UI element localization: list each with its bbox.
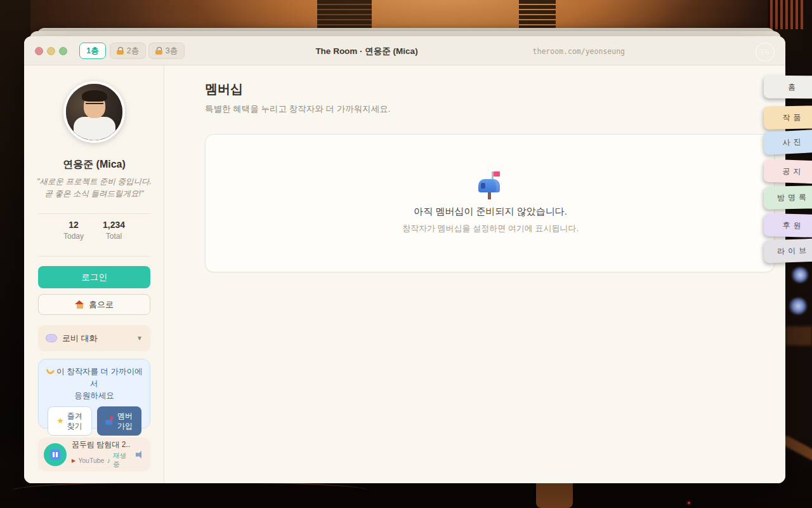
floor-tab-2[interactable]: 2층 bbox=[110, 43, 146, 59]
promo-buttons: ★ 즐겨찾기 멤버가입 bbox=[44, 406, 145, 436]
stage-light-flare bbox=[790, 267, 809, 283]
floor-tab-2-label: 2층 bbox=[127, 46, 139, 57]
play-icon: ▶ bbox=[72, 458, 75, 464]
floor-tab-1[interactable]: 1층 bbox=[79, 43, 106, 59]
background-glow bbox=[785, 326, 812, 345]
side-tab-live-label: 라이브 bbox=[774, 245, 810, 257]
profile-quote-line2: 곧 좋은 소식 들려드릴게요!" bbox=[45, 189, 144, 198]
stat-total: 1,234 Total bbox=[103, 220, 125, 241]
avatar-shirt bbox=[74, 117, 115, 142]
login-button[interactable]: 로그인 bbox=[38, 266, 150, 288]
stat-today: 12 Today bbox=[63, 220, 84, 241]
window-url: theroom.com/yeonseung bbox=[533, 47, 625, 56]
stat-today-value: 12 bbox=[63, 220, 84, 230]
star-icon: ★ bbox=[56, 415, 64, 427]
home-button[interactable]: 홈으로 bbox=[38, 294, 150, 315]
floor-tab-3-label: 3층 bbox=[166, 46, 178, 57]
side-tab-home-label: 홈 bbox=[785, 81, 799, 92]
stat-total-label: Total bbox=[103, 232, 125, 241]
sidebar: 연응준 (Mica) "새로운 프로젝트 준비 중입니다. 곧 좋은 소식 들려… bbox=[24, 65, 164, 483]
chevron-down-icon: ▼ bbox=[136, 335, 143, 342]
side-tab-works-label: 작품 bbox=[779, 112, 804, 123]
profile-quote: "새로운 프로젝트 준비 중입니다. 곧 좋은 소식 들려드릴게요!" bbox=[30, 176, 158, 201]
lock-icon bbox=[155, 47, 162, 55]
page-title: 멤버십 bbox=[205, 81, 243, 98]
empty-state-title: 아직 멤버십이 준비되지 않았습니다. bbox=[206, 206, 775, 218]
equipment-led bbox=[688, 502, 690, 504]
background-amp-grille bbox=[768, 0, 806, 29]
favorite-button[interactable]: ★ 즐겨찾기 bbox=[48, 406, 92, 436]
join-membership-button[interactable]: 멤버가입 bbox=[97, 406, 141, 436]
mailbox-icon bbox=[476, 171, 505, 199]
pause-icon bbox=[50, 450, 60, 460]
side-tab-notices-label: 공지 bbox=[779, 166, 804, 177]
mailbox-slot bbox=[481, 183, 485, 189]
background-cable bbox=[13, 481, 368, 504]
player-track-title: 꿈두림 탐험대 2... bbox=[72, 439, 131, 450]
stat-total-value: 1,234 bbox=[103, 220, 125, 230]
floor-tab-3[interactable]: 3층 bbox=[148, 43, 185, 59]
membership-promo-card: 이 창작자를 더 가까이에서 응원하세요 ★ 즐겨찾기 멤버가입 bbox=[38, 359, 150, 429]
side-tab-works[interactable]: 작품 bbox=[764, 105, 812, 130]
divider bbox=[38, 256, 150, 257]
speaker-icon[interactable] bbox=[136, 451, 145, 458]
home-button-label: 홈으로 bbox=[89, 299, 114, 311]
app-window: 1층 2층 3층 The Room · 연응준 (Mica) theroom.c… bbox=[24, 36, 785, 483]
side-tab-guestbook-label: 방명록 bbox=[774, 192, 809, 203]
window-title: The Room · 연응준 (Mica) bbox=[265, 46, 468, 57]
promo-line2: 응원하세요 bbox=[74, 391, 114, 400]
pause-button[interactable] bbox=[44, 443, 67, 466]
lobby-chat-label: 로비 대화 bbox=[62, 333, 98, 344]
main-content: 멤버십 특별한 혜택을 누리고 창작자와 더 가까워지세요. 아직 멤버십이 준… bbox=[165, 65, 785, 483]
language-toggle-button[interactable]: EN bbox=[756, 43, 775, 62]
titlebar: 1층 2층 3층 The Room · 연응준 (Mica) theroom.c… bbox=[24, 36, 785, 65]
lobby-chat-dropdown[interactable]: 로비 대화 ▼ bbox=[38, 325, 150, 351]
side-tab-guestbook[interactable]: 방명록 bbox=[764, 185, 812, 210]
side-tab-notices[interactable]: 공지 bbox=[763, 159, 812, 184]
player-status: 재생 중 bbox=[113, 451, 131, 469]
stage-light-flare bbox=[788, 297, 808, 315]
side-tab-live[interactable]: 라이브 bbox=[763, 238, 812, 263]
promo-line1: 이 창작자를 더 가까이에서 bbox=[56, 367, 142, 388]
favorite-button-label: 즐겨찾기 bbox=[67, 411, 82, 431]
avatar-hair bbox=[82, 90, 107, 102]
promo-text: 이 창작자를 더 가까이에서 응원하세요 bbox=[44, 366, 145, 401]
membership-empty-state-card: 아직 멤버십이 준비되지 않았습니다. 창작자가 멤버십을 설정하면 여기에 표… bbox=[205, 134, 775, 272]
music-note-icon: ♪ bbox=[107, 457, 110, 464]
visitor-stats: 12 Today 1,234 Total bbox=[24, 220, 164, 241]
side-tab-photos[interactable]: 사진 bbox=[763, 130, 812, 156]
page-subtitle: 특별한 혜택을 누리고 창작자와 더 가까워지세요. bbox=[205, 104, 391, 115]
join-button-label: 멤버가입 bbox=[117, 411, 133, 431]
login-button-label: 로그인 bbox=[81, 272, 107, 283]
maximize-button[interactable] bbox=[59, 47, 67, 55]
side-tab-support[interactable]: 후원 bbox=[764, 213, 812, 237]
lock-icon bbox=[117, 47, 124, 55]
speech-bubble-icon bbox=[46, 334, 56, 342]
profile-quote-line1: "새로운 프로젝트 준비 중입니다. bbox=[37, 177, 152, 186]
house-icon bbox=[75, 300, 84, 309]
avatar bbox=[63, 81, 125, 143]
mailbox-post bbox=[488, 192, 491, 199]
floor-tab-1-label: 1층 bbox=[86, 46, 98, 57]
side-tab-home[interactable]: 홈 bbox=[764, 76, 812, 99]
stat-today-label: Today bbox=[63, 232, 84, 241]
player-info: 꿈두림 탐험대 2... ▶ YouTube ♪ 재생 중 bbox=[72, 439, 131, 469]
minimize-button[interactable] bbox=[47, 47, 55, 55]
player-status-row: ▶ YouTube ♪ 재생 중 bbox=[72, 451, 131, 469]
mailbox-icon bbox=[105, 417, 114, 425]
profile-name: 연응준 (Mica) bbox=[24, 158, 164, 171]
empty-state-description: 창작자가 멤버십을 설정하면 여기에 표시됩니다. bbox=[206, 223, 775, 234]
side-tab-support-label: 후원 bbox=[779, 220, 804, 231]
music-player: 꿈두림 탐험대 2... ▶ YouTube ♪ 재생 중 bbox=[38, 438, 150, 471]
divider bbox=[38, 213, 150, 214]
player-source: YouTube bbox=[78, 457, 104, 464]
close-button[interactable] bbox=[35, 47, 43, 55]
side-tab-photos-label: 사진 bbox=[779, 136, 804, 148]
avatar-glasses bbox=[86, 103, 103, 108]
horn-icon bbox=[44, 364, 56, 375]
mailbox-flag bbox=[494, 171, 500, 177]
